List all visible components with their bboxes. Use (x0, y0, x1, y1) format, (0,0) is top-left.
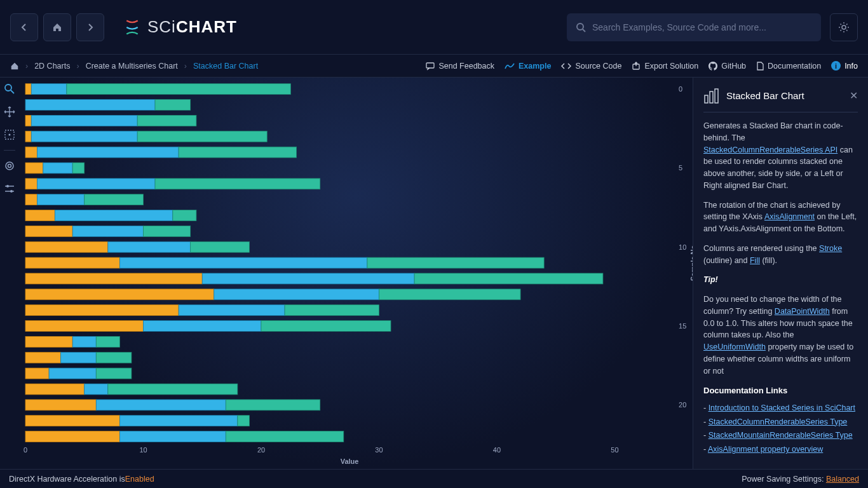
stroke-link[interactable]: Stroke (819, 244, 842, 253)
home-icon[interactable] (10, 62, 19, 71)
svg-rect-32 (25, 179, 37, 189)
info-button[interactable]: i Info (831, 61, 858, 71)
svg-text:0: 0 (679, 85, 682, 93)
source-code-tab[interactable]: Source Code (561, 62, 621, 71)
svg-rect-70 (96, 368, 132, 379)
svg-rect-41 (25, 226, 72, 236)
svg-point-14 (10, 190, 13, 193)
power-saving-link[interactable]: Balanced (826, 475, 859, 484)
back-button[interactable] (10, 13, 38, 41)
svg-rect-75 (96, 400, 226, 410)
svg-rect-26 (25, 147, 37, 158)
svg-text:5: 5 (679, 164, 682, 172)
svg-text:40: 40 (493, 446, 501, 454)
chart-toolbar (0, 78, 19, 469)
doc-link[interactable]: Introduction to Stacked Series in SciCha… (709, 403, 855, 412)
settings-button[interactable] (830, 13, 858, 41)
svg-rect-21 (31, 115, 137, 126)
breadcrumb-current: Stacked Bar Chart (193, 62, 258, 71)
svg-rect-82 (226, 431, 343, 442)
search-icon (576, 22, 586, 32)
svg-text:Sample No: Sample No (689, 245, 693, 281)
svg-text:Value: Value (341, 458, 359, 465)
doc-links: - Introduction to Stacked Series in SciC… (703, 402, 858, 456)
svg-rect-64 (96, 336, 119, 347)
svg-rect-45 (108, 241, 191, 252)
svg-rect-34 (155, 179, 320, 189)
data-point-width-link[interactable]: DataPointWidth (775, 307, 830, 316)
pan-tool[interactable] (2, 104, 17, 119)
doc-link[interactable]: StackedColumnRenderableSeries Type (709, 417, 848, 426)
zoom-tool[interactable] (2, 81, 17, 97)
breadcrumb-item[interactable]: Create a Multiseries Chart (86, 62, 178, 71)
svg-rect-98 (715, 89, 718, 103)
svg-rect-27 (37, 147, 179, 158)
svg-rect-63 (72, 336, 96, 347)
svg-rect-47 (25, 257, 119, 268)
svg-rect-51 (202, 273, 414, 284)
doc-link[interactable]: AxisAlignment property overview (708, 445, 823, 454)
svg-rect-59 (25, 321, 143, 332)
api-link[interactable]: StackedColumnRenderableSeries API (703, 146, 837, 154)
doc-link[interactable]: StackedMountainRenderableSeries Type (709, 431, 853, 440)
svg-rect-18 (25, 100, 155, 111)
nav-buttons (10, 13, 104, 41)
svg-rect-68 (25, 368, 49, 379)
documentation-button[interactable]: Documentation (756, 62, 821, 71)
svg-rect-71 (25, 384, 85, 395)
example-tab[interactable]: Example (505, 62, 551, 71)
svg-point-10 (8, 165, 11, 168)
svg-rect-53 (25, 289, 214, 300)
use-uniform-width-link[interactable]: UseUniformWidth (703, 342, 766, 351)
chart-surface[interactable]: 01020304050Value05101520Sample No (19, 78, 693, 469)
axis-alignment-link[interactable]: AxisAlignment (764, 212, 815, 221)
svg-rect-61 (261, 321, 391, 332)
document-icon (756, 62, 764, 71)
send-feedback-button[interactable]: Send Feedback (426, 62, 494, 71)
svg-rect-74 (25, 400, 96, 410)
svg-rect-66 (61, 352, 97, 363)
close-icon[interactable]: ✕ (850, 88, 858, 104)
home-button[interactable] (43, 13, 71, 41)
logo-icon (123, 18, 141, 36)
svg-rect-72 (85, 384, 108, 395)
search-box[interactable] (567, 13, 821, 41)
svg-rect-57 (179, 305, 285, 316)
extents-tool[interactable] (2, 127, 17, 142)
export-solution-button[interactable]: Export Solution (632, 62, 698, 71)
breadcrumb-item[interactable]: 2D Charts (34, 62, 70, 71)
svg-rect-73 (108, 384, 238, 395)
svg-rect-44 (25, 241, 108, 252)
svg-rect-62 (25, 336, 72, 347)
svg-point-8 (9, 134, 11, 136)
svg-rect-80 (25, 431, 119, 442)
svg-rect-50 (25, 273, 202, 284)
github-button[interactable]: GitHub (709, 62, 746, 71)
svg-rect-19 (155, 100, 191, 111)
svg-text:10: 10 (139, 446, 147, 454)
svg-rect-35 (25, 194, 37, 205)
svg-rect-54 (214, 289, 379, 300)
status-bar: DirectX Hardware Acceleration is Enabled… (0, 469, 868, 488)
info-icon: i (831, 61, 841, 71)
svg-rect-37 (85, 194, 144, 205)
svg-rect-42 (72, 226, 143, 236)
svg-rect-20 (25, 115, 31, 126)
search-input[interactable] (592, 22, 812, 32)
stacked-bar-chart: 01020304050Value05101520Sample No (23, 81, 693, 469)
chart-icon (505, 62, 515, 70)
svg-rect-43 (143, 226, 190, 236)
bars-icon (703, 88, 720, 104)
svg-rect-60 (143, 321, 261, 332)
svg-text:0: 0 (24, 446, 27, 454)
svg-rect-67 (96, 352, 132, 363)
theme-tool[interactable] (2, 158, 17, 173)
forward-button[interactable] (76, 13, 104, 41)
svg-point-9 (6, 162, 13, 170)
svg-point-0 (577, 24, 583, 30)
info-panel: Stacked Bar Chart ✕ Generates a Stacked … (693, 78, 868, 469)
info-title: Stacked Bar Chart (726, 89, 843, 104)
fill-link[interactable]: Fill (750, 256, 760, 265)
svg-text:15: 15 (679, 322, 686, 330)
options-tool[interactable] (2, 181, 17, 196)
